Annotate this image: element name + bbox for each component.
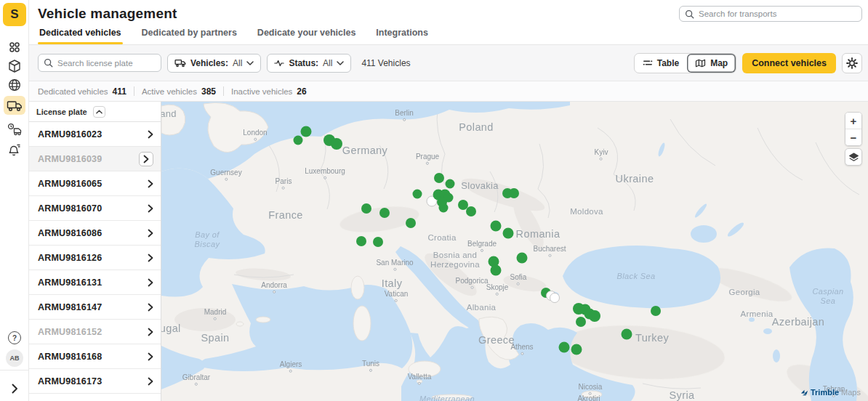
status-filter-dropdown[interactable]: Status: All: [267, 54, 351, 73]
globe-icon: [7, 78, 22, 92]
zoom-out-button[interactable]: −: [845, 129, 861, 145]
tab-dedicate-your-vehicles[interactable]: Dedicate your vehicles: [256, 28, 357, 44]
map-attribution[interactable]: Trimble Maps: [800, 388, 861, 397]
chevron-right-icon: [12, 384, 18, 394]
vehicle-dot[interactable]: [517, 253, 528, 264]
sidebar-item-transport-history[interactable]: [0, 118, 29, 140]
vehicle-dot[interactable]: [446, 179, 455, 189]
vehicle-count: 411 Vehicles: [361, 58, 410, 68]
connect-vehicles-button[interactable]: Connect vehicles: [742, 53, 836, 73]
list-item[interactable]: ARMU9816070: [29, 196, 161, 221]
list-item[interactable]: ARMU9816126: [29, 246, 161, 270]
vehicle-dot[interactable]: [466, 206, 476, 216]
open-vehicle-button[interactable]: [148, 254, 153, 262]
vehicle-dot[interactable]: [373, 237, 383, 247]
help-button[interactable]: ?: [0, 327, 29, 349]
vehicle-dot[interactable]: [356, 236, 366, 246]
open-vehicle-button[interactable]: [148, 179, 153, 188]
settings-button[interactable]: [842, 53, 862, 73]
tab-dedicated-vehicles[interactable]: Dedicated vehicles: [38, 28, 123, 44]
vehicle-dot[interactable]: [379, 208, 390, 218]
vehicle-dot-inactive[interactable]: [550, 293, 560, 303]
open-vehicle-button[interactable]: [148, 303, 153, 312]
vehicle-dot[interactable]: [559, 342, 570, 353]
open-vehicle-button[interactable]: [148, 352, 153, 361]
vehicle-dot[interactable]: [622, 329, 632, 340]
vehicle-dot[interactable]: [589, 310, 600, 322]
table-view-button[interactable]: Table: [635, 54, 687, 73]
sort-ascending-button[interactable]: [93, 106, 105, 118]
user-avatar[interactable]: AB: [0, 347, 29, 369]
chevron-right-icon: [148, 254, 153, 262]
open-vehicle-button[interactable]: [148, 377, 153, 386]
vehicle-dot[interactable]: [491, 221, 502, 232]
list-item[interactable]: ARMU9816184: [29, 394, 161, 401]
list-item[interactable]: ARMU9816152: [29, 320, 161, 344]
chevron-right-icon: [148, 352, 153, 361]
open-vehicle-button[interactable]: [148, 229, 153, 238]
vehicle-dot[interactable]: [509, 188, 519, 198]
truck-icon: [7, 100, 23, 112]
transport-search-input[interactable]: [699, 9, 856, 18]
chevron-right-icon: [148, 179, 153, 188]
list-item[interactable]: ARMU9816023: [29, 122, 161, 147]
package-icon: [7, 59, 22, 73]
vehicle-dot[interactable]: [651, 306, 661, 316]
list-item[interactable]: ARMU9816147: [29, 295, 161, 320]
stat-divider: [223, 86, 224, 96]
expand-sidebar-button[interactable]: [0, 378, 29, 400]
status-filter-label: Status:: [289, 58, 318, 68]
vehicle-dot[interactable]: [571, 344, 582, 355]
chevron-right-icon: [148, 278, 153, 287]
vehicle-dot[interactable]: [576, 317, 586, 327]
sidebar-item-network[interactable]: [0, 74, 29, 96]
zoom-in-button[interactable]: +: [845, 113, 861, 129]
open-vehicle-button[interactable]: [148, 204, 153, 213]
vehicle-dot[interactable]: [503, 228, 514, 239]
stat-inactive-vehicles: Inactive vehicles26: [231, 86, 307, 97]
tab-bar: Dedicated vehiclesDedicated by partnersD…: [38, 28, 430, 44]
page-header: Vehicle management Dedicated vehiclesDed…: [29, 0, 868, 45]
map-view-button[interactable]: Map: [687, 54, 736, 73]
license-plate: ARMU9816086: [38, 228, 102, 238]
open-vehicle-button[interactable]: [148, 278, 153, 287]
content: License plate ARMU9816023ARMU9816039ARMU…: [29, 102, 868, 401]
stat-divider: [134, 86, 134, 96]
list-item[interactable]: ARMU9816065: [29, 171, 161, 196]
open-vehicle-button[interactable]: [148, 328, 153, 336]
vehicle-dot[interactable]: [331, 138, 342, 150]
license-plate: ARMU9816131: [38, 278, 102, 288]
license-plate-search-input[interactable]: [57, 59, 156, 68]
open-vehicle-button[interactable]: [148, 130, 153, 139]
vehicle-dot[interactable]: [439, 203, 449, 213]
vehicle-dot[interactable]: [406, 218, 416, 228]
search-icon: [44, 58, 53, 68]
vehicle-dot[interactable]: [361, 203, 371, 214]
stat-label: Dedicated vehicles: [38, 87, 108, 96]
list-item[interactable]: ARMU9816173: [29, 369, 161, 394]
list-item[interactable]: ARMU9816039: [29, 147, 161, 171]
brand-logo[interactable]: S: [3, 3, 26, 26]
map-layers-button[interactable]: [845, 148, 862, 166]
vehicle-dot[interactable]: [301, 126, 312, 137]
gear-icon: [846, 57, 858, 69]
sidebar-item-vehicles[interactable]: [0, 94, 29, 116]
vehicle-dot[interactable]: [413, 190, 422, 199]
list-item[interactable]: ARMU9816131: [29, 270, 161, 295]
vehicle-dot[interactable]: [434, 173, 444, 183]
sidebar-item-notifications[interactable]: [0, 139, 29, 161]
map[interactable]: landLondonBerlinPolandGermanyPragueKyivU…: [161, 102, 868, 401]
vehicles-filter-dropdown[interactable]: Vehicles: All: [167, 54, 261, 73]
vehicle-dot[interactable]: [294, 136, 303, 145]
list-item[interactable]: ARMU9816168: [29, 344, 161, 369]
vehicles-filter-label: Vehicles:: [190, 58, 228, 68]
transport-search[interactable]: [679, 6, 862, 22]
tab-integrations[interactable]: Integrations: [374, 28, 430, 44]
list-item[interactable]: ARMU9816086: [29, 221, 161, 246]
stat-value: 26: [297, 86, 306, 97]
vehicles-filter-value: All: [233, 58, 242, 68]
tab-dedicated-by-partners[interactable]: Dedicated by partners: [140, 28, 238, 44]
open-vehicle-button[interactable]: [139, 152, 153, 166]
vehicle-dot[interactable]: [491, 265, 502, 276]
license-plate-search[interactable]: [38, 54, 161, 72]
